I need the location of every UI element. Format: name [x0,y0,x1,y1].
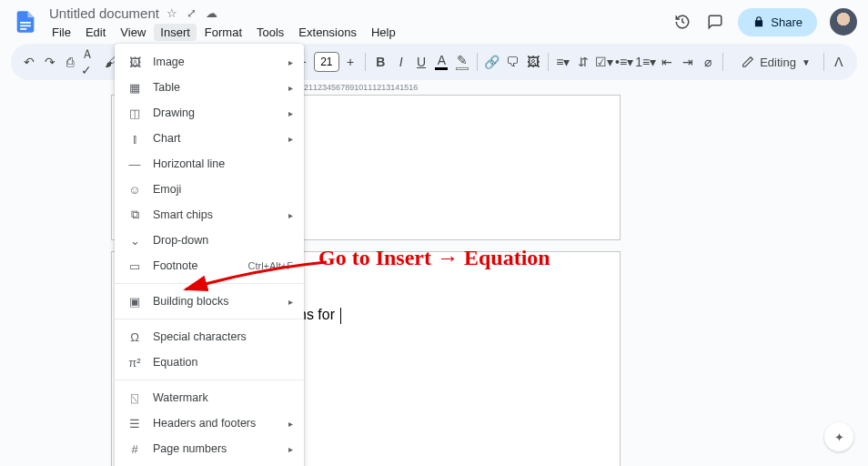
clear-formatting-button[interactable]: ⌀ [699,49,717,75]
insert-menu-footnote[interactable]: ▭FootnoteCtrl+Alt+F [115,253,304,279]
editing-mode-label: Editing [760,56,796,69]
undo-button[interactable]: ↶ [20,49,38,75]
menu-item-icon: ▣ [127,295,142,309]
account-avatar[interactable] [830,8,857,35]
increase-indent-button[interactable]: ⇥ [679,49,697,75]
comments-icon[interactable] [705,12,725,32]
decrease-indent-button[interactable]: ⇤ [658,49,676,75]
font-size-increase[interactable]: + [341,49,359,75]
text-cursor [340,308,341,324]
menu-extensions[interactable]: Extensions [292,24,363,41]
insert-menu-table[interactable]: ▦Table▸ [115,75,304,100]
menu-item-icon: 🖼 [127,56,142,69]
insert-menu-watermark[interactable]: ⍂Watermark [115,385,304,410]
print-button[interactable]: ⎙ [61,49,79,75]
menu-item-icon: ☺ [127,183,142,197]
svg-rect-0 [20,22,31,24]
insert-menu-emoji[interactable]: ☺Emoji [115,177,304,202]
menu-item-icon: ▭ [127,259,142,273]
highlight-button[interactable]: ✎ [453,49,471,75]
menu-item-label: Page numbers [153,442,278,455]
insert-menu-equation[interactable]: π²Equation [115,350,304,375]
line-spacing-button[interactable]: ⇵ [574,49,592,75]
menu-item-label: Table [153,81,278,94]
share-button[interactable]: Share [738,8,817,36]
share-label: Share [771,15,802,29]
bold-button[interactable]: B [371,49,389,75]
menu-item-icon: ▦ [127,81,142,95]
menu-item-icon: ⧉ [127,208,142,222]
svg-rect-2 [20,28,26,30]
app-header: Untitled document ☆ ⤢ ☁ File Edit View I… [0,0,868,40]
menu-edit[interactable]: Edit [79,24,112,41]
lock-icon [752,15,765,28]
insert-menu-drawing[interactable]: ◫Drawing▸ [115,100,304,126]
move-icon[interactable]: ⤢ [187,6,197,20]
menu-item-label: Special characters [153,330,293,343]
menu-item-icon: ⫿ [127,132,142,146]
insert-menu-drop-down[interactable]: ⌄Drop-down [115,228,304,253]
menu-item-label: Image [153,56,278,68]
submenu-arrow-icon: ▸ [288,83,293,93]
insert-menu-break[interactable]: ⤓Break▸ [115,461,304,466]
star-icon[interactable]: ☆ [167,6,177,20]
doc-title[interactable]: Untitled document [45,5,159,21]
underline-button[interactable]: U [412,49,430,75]
numbered-list-button[interactable]: 1≡▾ [635,49,656,75]
bulleted-list-button[interactable]: •≡▾ [615,49,633,75]
menu-tools[interactable]: Tools [250,24,290,41]
insert-menu-headers-and-footers[interactable]: ☰Headers and footers▸ [115,410,304,436]
insert-menu-chart[interactable]: ⫿Chart▸ [115,126,304,151]
menu-view[interactable]: View [114,24,152,41]
menu-item-shortcut: Ctrl+Alt+F [247,260,293,271]
submenu-arrow-icon: ▸ [288,210,293,220]
checklist-button[interactable]: ☑▾ [595,49,613,75]
add-comment-button[interactable]: 🗨 [503,49,521,75]
menu-item-label: Emoji [153,183,293,196]
insert-menu-horizontal-line[interactable]: —Horizontal line [115,151,304,177]
submenu-arrow-icon: ▸ [288,108,293,118]
menu-item-label: Drop-down [153,234,293,247]
menu-item-icon: ☰ [127,417,142,431]
vertical-ruler[interactable] [0,98,20,466]
submenu-arrow-icon: ▸ [288,134,293,144]
menu-item-label: Drawing [153,106,278,119]
spellcheck-button[interactable]: Ａ✓ [81,49,99,75]
insert-image-button[interactable]: 🖼 [524,49,542,75]
history-icon[interactable] [672,12,692,32]
insert-menu-dropdown: 🖼Image▸▦Table▸◫Drawing▸⫿Chart▸—Horizonta… [115,44,304,466]
menu-item-label: Equation [153,356,293,369]
menu-insert[interactable]: Insert [154,24,197,41]
menu-item-label: Smart chips [153,208,278,221]
menu-item-icon: — [127,157,142,171]
menu-item-icon: ⌄ [127,234,142,248]
insert-menu-image[interactable]: 🖼Image▸ [115,49,304,75]
font-size-input[interactable] [314,52,339,72]
cloud-status-icon[interactable]: ☁ [206,6,217,20]
menu-format[interactable]: Format [198,24,248,41]
insert-menu-special-characters[interactable]: ΩSpecial characters [115,324,304,350]
submenu-arrow-icon: ▸ [288,444,293,454]
docs-logo[interactable] [11,7,40,36]
menu-item-label: Building blocks [153,295,278,308]
menu-file[interactable]: File [45,24,77,41]
italic-button[interactable]: I [391,49,409,75]
redo-button[interactable]: ↷ [40,49,58,75]
insert-menu-building-blocks[interactable]: ▣Building blocks▸ [115,289,304,314]
menu-item-icon: # [127,442,142,456]
align-button[interactable]: ≡▾ [554,49,572,75]
menu-help[interactable]: Help [365,24,402,41]
menu-item-label: Watermark [153,391,293,404]
insert-menu-smart-chips[interactable]: ⧉Smart chips▸ [115,202,304,228]
editing-mode-button[interactable]: Editing ▼ [734,52,818,73]
submenu-arrow-icon: ▸ [288,57,293,67]
menu-item-icon: ⍂ [127,391,142,405]
submenu-arrow-icon: ▸ [288,297,293,307]
insert-menu-page-numbers[interactable]: #Page numbers▸ [115,436,304,461]
menu-item-icon: π² [127,356,142,370]
collapse-toolbar-button[interactable]: ᐱ [830,49,848,75]
text-color-button[interactable]: A [432,49,450,75]
insert-link-button[interactable]: 🔗 [483,49,501,75]
menu-item-label: Headers and footers [153,417,278,430]
explore-fab[interactable]: ✦ [824,422,853,451]
